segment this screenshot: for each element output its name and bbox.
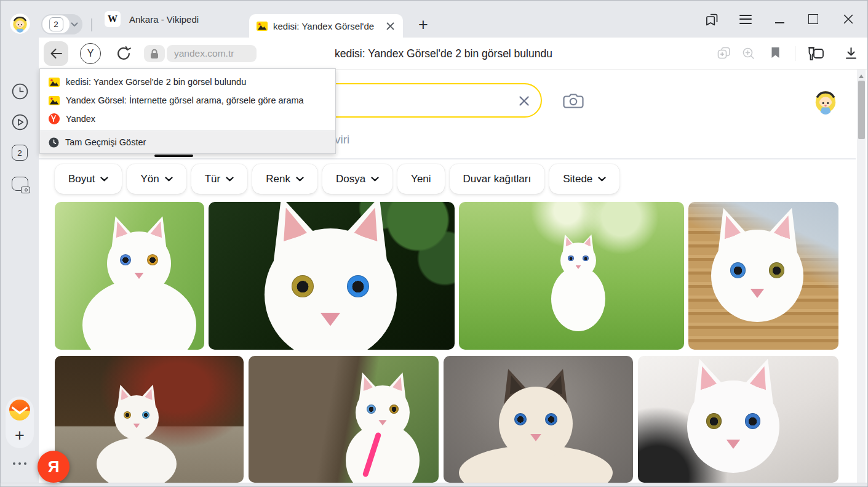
play-icon[interactable] bbox=[10, 113, 29, 131]
menu-item-label: kedisi: Yandex Görsel'de 2 bin görsel bu… bbox=[66, 77, 246, 87]
sidebar-tab-count: 2 bbox=[17, 148, 22, 158]
browser-window: 2 W Ankara - Vikipedi kedisi: Yandex Gör… bbox=[0, 0, 868, 487]
menu-item-label: Yandex bbox=[66, 114, 95, 124]
menu-item-label: Yandex Görsel: İnternette görsel arama, … bbox=[66, 95, 304, 105]
sidebar-add-button[interactable]: + bbox=[6, 426, 34, 445]
back-arrow-icon bbox=[49, 47, 63, 60]
collections-icon[interactable] bbox=[704, 11, 720, 27]
sidebar-widget-pill: + bbox=[6, 396, 34, 448]
back-button[interactable] bbox=[44, 41, 68, 66]
yandex-fab-button[interactable]: Я bbox=[38, 451, 70, 483]
yandex-mail-icon[interactable] bbox=[9, 400, 30, 421]
cat-illustration bbox=[55, 356, 244, 483]
yandex-letter: Y bbox=[87, 48, 94, 59]
scrollbar[interactable] bbox=[857, 70, 866, 483]
menu-item-label: Tam Geçmişi Göster bbox=[65, 137, 146, 147]
bookmark-icon[interactable] bbox=[771, 47, 780, 58]
tabbar-divider bbox=[91, 18, 92, 31]
lock-icon bbox=[150, 49, 159, 59]
zoom-page-icon[interactable] bbox=[741, 46, 756, 61]
yandex-services-button[interactable]: Y bbox=[80, 43, 101, 64]
tab-ankara-vikipedi[interactable]: W Ankara - Vikipedi bbox=[98, 1, 243, 38]
cat-illustration bbox=[459, 202, 684, 350]
cat-illustration bbox=[444, 356, 633, 483]
history-menu-item[interactable]: Yandex bbox=[40, 110, 335, 128]
tab-counter-pill: 2 bbox=[42, 15, 70, 33]
close-button[interactable] bbox=[840, 11, 856, 27]
profile-avatar[interactable] bbox=[10, 14, 30, 34]
image-icon bbox=[49, 78, 60, 87]
downloads-icon[interactable] bbox=[844, 46, 858, 60]
scroll-up-icon[interactable] bbox=[859, 74, 864, 78]
white-kitten-closeup-lying[interactable] bbox=[638, 356, 838, 483]
toolbar-separator bbox=[795, 46, 795, 61]
minimize-icon bbox=[775, 22, 784, 23]
window-bottom-frame bbox=[1, 483, 867, 486]
image-icon bbox=[257, 22, 268, 31]
scrollbar-thumb[interactable] bbox=[858, 81, 865, 139]
show-full-history-item[interactable]: Tam Geçmişi Göster bbox=[40, 131, 335, 153]
history-menu-item[interactable]: Yandex Görsel: İnternette görsel arama, … bbox=[40, 91, 335, 110]
white-cat-sitting-on-grass[interactable] bbox=[55, 202, 204, 350]
yandex-icon bbox=[49, 113, 60, 124]
screenshot-icon[interactable] bbox=[10, 174, 29, 193]
birman-cat-blue-eyes[interactable] bbox=[444, 356, 633, 483]
tab-close-icon[interactable] bbox=[384, 20, 396, 31]
cat-illustration bbox=[55, 202, 204, 350]
refresh-icon bbox=[115, 45, 132, 62]
cat-illustration bbox=[638, 356, 838, 483]
maximize-icon bbox=[808, 14, 818, 24]
address-bar[interactable]: yandex.com.tr bbox=[167, 45, 257, 62]
page-title: kedisi: Yandex Görsel'de 2 bin görsel bu… bbox=[335, 38, 552, 70]
white-kitten-in-basket[interactable] bbox=[688, 202, 838, 350]
tab-kedisi-active[interactable]: kedisi: Yandex Görsel'de bbox=[249, 14, 403, 38]
tab-count-label: 2 bbox=[49, 17, 63, 31]
hamburger-icon bbox=[739, 15, 752, 24]
extensions-icon[interactable] bbox=[806, 46, 826, 62]
tab-title: Ankara - Vikipedi bbox=[129, 14, 199, 25]
white-cat-closeup-dark-green[interactable] bbox=[209, 202, 455, 350]
tab-bar: 2 W Ankara - Vikipedi kedisi: Yandex Gör… bbox=[1, 1, 867, 38]
close-icon bbox=[843, 14, 853, 24]
back-history-menu: kedisi: Yandex Görsel'de 2 bin görsel bu… bbox=[39, 68, 336, 154]
site-security-chip[interactable] bbox=[144, 45, 165, 62]
girl-avatar-icon bbox=[10, 14, 30, 34]
fluffy-white-cat-by-tree[interactable] bbox=[249, 356, 439, 483]
new-tab-button[interactable]: + bbox=[414, 15, 432, 34]
maximize-button[interactable] bbox=[805, 11, 821, 27]
image-icon bbox=[49, 96, 60, 105]
tab-title: kedisi: Yandex Görsel'de bbox=[273, 21, 374, 31]
left-sidebar: 2 + bbox=[1, 38, 39, 483]
tabs-panel-icon[interactable]: 2 bbox=[10, 143, 29, 162]
history-icon[interactable] bbox=[10, 82, 29, 100]
url-text: yandex.com.tr bbox=[174, 48, 234, 59]
history-menu-item[interactable]: kedisi: Yandex Görsel'de 2 bin görsel bu… bbox=[40, 73, 335, 91]
cat-illustration bbox=[688, 202, 838, 350]
chevron-down-icon bbox=[71, 22, 78, 27]
toolbar: Y yandex.com.tr kedisi: Yandex Görsel'de… bbox=[39, 38, 867, 70]
refresh-button[interactable] bbox=[115, 45, 132, 62]
duplicate-tab-icon[interactable] bbox=[717, 46, 731, 60]
cat-illustration bbox=[249, 356, 439, 483]
white-kitten-on-green-grass[interactable] bbox=[459, 202, 684, 350]
clock-icon bbox=[49, 137, 59, 148]
sidebar-more-icon[interactable] bbox=[1, 462, 39, 465]
wikipedia-icon: W bbox=[105, 11, 121, 27]
minimize-button[interactable] bbox=[771, 11, 787, 27]
tab-counter[interactable]: 2 bbox=[41, 14, 82, 34]
menu-icon[interactable] bbox=[738, 11, 754, 27]
white-cat-on-log-autumn[interactable] bbox=[55, 356, 244, 483]
cat-illustration bbox=[209, 202, 455, 350]
